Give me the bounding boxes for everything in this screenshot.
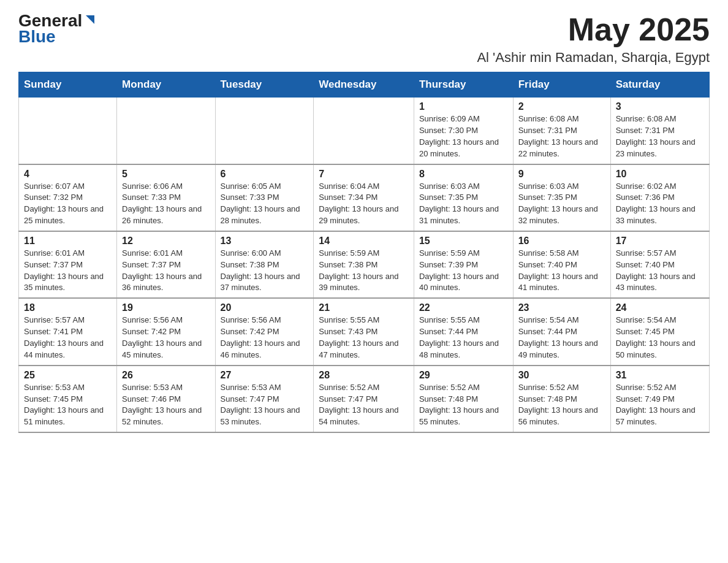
day-number: 30 [518,370,605,381]
location: Al 'Ashir min Ramadan, Sharqia, Egypt [477,50,710,66]
calendar-cell: 4Sunrise: 6:07 AMSunset: 7:32 PMDaylight… [19,164,117,231]
calendar-cell: 26Sunrise: 5:53 AMSunset: 7:46 PMDayligh… [117,366,215,432]
logo-triangle-icon [83,13,97,26]
day-info: Sunrise: 5:57 AMSunset: 7:40 PMDaylight:… [616,248,704,294]
calendar-cell: 30Sunrise: 5:52 AMSunset: 7:48 PMDayligh… [513,366,610,432]
day-info: Sunrise: 6:01 AMSunset: 7:37 PMDaylight:… [24,248,112,294]
day-number: 3 [616,101,704,112]
day-number: 23 [518,302,605,313]
day-number: 15 [419,236,508,247]
col-header-saturday: Saturday [610,72,709,98]
logo: General Blue [18,12,97,47]
day-number: 2 [518,101,605,112]
day-number: 18 [24,302,112,313]
day-info: Sunrise: 5:59 AMSunset: 7:39 PMDaylight:… [419,248,508,294]
calendar-cell: 9Sunrise: 6:03 AMSunset: 7:35 PMDaylight… [513,164,610,231]
day-info: Sunrise: 5:52 AMSunset: 7:47 PMDaylight:… [319,382,409,428]
day-info: Sunrise: 6:02 AMSunset: 7:36 PMDaylight:… [616,181,704,227]
calendar-cell: 19Sunrise: 5:56 AMSunset: 7:42 PMDayligh… [117,298,215,365]
day-info: Sunrise: 5:57 AMSunset: 7:41 PMDaylight:… [24,315,112,361]
col-header-wednesday: Wednesday [314,72,414,98]
calendar-cell: 27Sunrise: 5:53 AMSunset: 7:47 PMDayligh… [215,366,314,432]
day-number: 25 [24,370,112,381]
col-header-tuesday: Tuesday [215,72,314,98]
day-info: Sunrise: 5:54 AMSunset: 7:45 PMDaylight:… [616,315,704,361]
calendar-header-row: SundayMondayTuesdayWednesdayThursdayFrid… [19,72,710,98]
calendar-cell: 20Sunrise: 5:56 AMSunset: 7:42 PMDayligh… [215,298,314,365]
calendar-cell: 8Sunrise: 6:03 AMSunset: 7:35 PMDaylight… [414,164,513,231]
calendar-cell: 14Sunrise: 5:59 AMSunset: 7:38 PMDayligh… [314,231,414,298]
day-number: 27 [221,370,309,381]
calendar-table: SundayMondayTuesdayWednesdayThursdayFrid… [18,72,710,433]
calendar-cell: 13Sunrise: 6:00 AMSunset: 7:38 PMDayligh… [215,231,314,298]
day-number: 24 [616,302,704,313]
day-number: 26 [122,370,210,381]
day-number: 14 [319,236,409,247]
calendar-cell [19,98,117,164]
page-header: General Blue May 2025 Al 'Ashir min Rama… [18,12,710,66]
day-info: Sunrise: 6:07 AMSunset: 7:32 PMDaylight:… [24,181,112,227]
day-info: Sunrise: 5:53 AMSunset: 7:45 PMDaylight:… [24,382,112,428]
col-header-sunday: Sunday [19,72,117,98]
day-info: Sunrise: 6:09 AMSunset: 7:30 PMDaylight:… [419,113,508,159]
day-number: 1 [419,101,508,112]
day-info: Sunrise: 6:00 AMSunset: 7:38 PMDaylight:… [221,248,309,294]
day-number: 28 [319,370,409,381]
day-number: 20 [221,302,309,313]
col-header-monday: Monday [117,72,215,98]
calendar-week-row: 11Sunrise: 6:01 AMSunset: 7:37 PMDayligh… [19,231,710,298]
day-info: Sunrise: 5:58 AMSunset: 7:40 PMDaylight:… [518,248,605,294]
calendar-cell [314,98,414,164]
day-info: Sunrise: 5:59 AMSunset: 7:38 PMDaylight:… [319,248,409,294]
calendar-cell: 31Sunrise: 5:52 AMSunset: 7:49 PMDayligh… [610,366,709,432]
calendar-cell: 25Sunrise: 5:53 AMSunset: 7:45 PMDayligh… [19,366,117,432]
col-header-thursday: Thursday [414,72,513,98]
day-info: Sunrise: 5:55 AMSunset: 7:44 PMDaylight:… [419,315,508,361]
day-info: Sunrise: 5:56 AMSunset: 7:42 PMDaylight:… [122,315,210,361]
calendar-cell: 1Sunrise: 6:09 AMSunset: 7:30 PMDaylight… [414,98,513,164]
day-info: Sunrise: 6:05 AMSunset: 7:33 PMDaylight:… [221,181,309,227]
calendar-cell: 18Sunrise: 5:57 AMSunset: 7:41 PMDayligh… [19,298,117,365]
calendar-cell [117,98,215,164]
day-info: Sunrise: 6:08 AMSunset: 7:31 PMDaylight:… [616,113,704,159]
calendar-cell: 5Sunrise: 6:06 AMSunset: 7:33 PMDaylight… [117,164,215,231]
day-info: Sunrise: 6:01 AMSunset: 7:37 PMDaylight:… [122,248,210,294]
calendar-cell: 28Sunrise: 5:52 AMSunset: 7:47 PMDayligh… [314,366,414,432]
day-number: 5 [122,169,210,180]
day-number: 7 [319,169,409,180]
day-info: Sunrise: 6:08 AMSunset: 7:31 PMDaylight:… [518,113,605,159]
calendar-cell: 29Sunrise: 5:52 AMSunset: 7:48 PMDayligh… [414,366,513,432]
svg-marker-0 [86,15,94,24]
calendar-week-row: 25Sunrise: 5:53 AMSunset: 7:45 PMDayligh… [19,366,710,432]
col-header-friday: Friday [513,72,610,98]
calendar-cell: 23Sunrise: 5:54 AMSunset: 7:44 PMDayligh… [513,298,610,365]
day-number: 31 [616,370,704,381]
calendar-cell [215,98,314,164]
calendar-cell: 2Sunrise: 6:08 AMSunset: 7:31 PMDaylight… [513,98,610,164]
day-info: Sunrise: 5:56 AMSunset: 7:42 PMDaylight:… [221,315,309,361]
calendar-week-row: 18Sunrise: 5:57 AMSunset: 7:41 PMDayligh… [19,298,710,365]
day-info: Sunrise: 5:55 AMSunset: 7:43 PMDaylight:… [319,315,409,361]
calendar-week-row: 4Sunrise: 6:07 AMSunset: 7:32 PMDaylight… [19,164,710,231]
day-info: Sunrise: 5:52 AMSunset: 7:49 PMDaylight:… [616,382,704,428]
day-info: Sunrise: 5:52 AMSunset: 7:48 PMDaylight:… [518,382,605,428]
calendar-cell: 11Sunrise: 6:01 AMSunset: 7:37 PMDayligh… [19,231,117,298]
calendar-cell: 15Sunrise: 5:59 AMSunset: 7:39 PMDayligh… [414,231,513,298]
calendar-cell: 7Sunrise: 6:04 AMSunset: 7:34 PMDaylight… [314,164,414,231]
title-block: May 2025 Al 'Ashir min Ramadan, Sharqia,… [477,12,710,66]
day-number: 29 [419,370,508,381]
day-number: 4 [24,169,112,180]
calendar-cell: 17Sunrise: 5:57 AMSunset: 7:40 PMDayligh… [610,231,709,298]
day-number: 8 [419,169,508,180]
calendar-cell: 22Sunrise: 5:55 AMSunset: 7:44 PMDayligh… [414,298,513,365]
calendar-cell: 12Sunrise: 6:01 AMSunset: 7:37 PMDayligh… [117,231,215,298]
calendar-cell: 21Sunrise: 5:55 AMSunset: 7:43 PMDayligh… [314,298,414,365]
day-number: 13 [221,236,309,247]
day-number: 21 [319,302,409,313]
calendar-cell: 16Sunrise: 5:58 AMSunset: 7:40 PMDayligh… [513,231,610,298]
day-number: 11 [24,236,112,247]
day-info: Sunrise: 5:54 AMSunset: 7:44 PMDaylight:… [518,315,605,361]
day-info: Sunrise: 5:53 AMSunset: 7:47 PMDaylight:… [221,382,309,428]
day-number: 10 [616,169,704,180]
day-number: 22 [419,302,508,313]
